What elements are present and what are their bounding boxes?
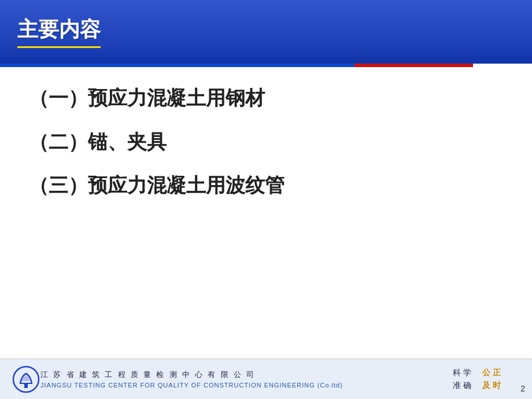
motto-label-1: 科学 bbox=[453, 368, 474, 377]
content-item-2: （二）锚、夹具 bbox=[29, 128, 503, 156]
stripe-blue bbox=[0, 64, 354, 67]
footer-motto: 科学 公正 准确 及时 bbox=[453, 368, 503, 391]
content-area: （一）预应力混凝土用钢材 （二）锚、夹具 （三）预应力混凝土用波纹管 bbox=[0, 67, 532, 227]
motto-value-2: 及时 bbox=[482, 381, 503, 390]
header-title: 主要内容 bbox=[17, 16, 101, 48]
footer-company-cn: 江 苏 省 建 筑 工 程 质 量 检 测 中 心 有 限 公 司 bbox=[40, 370, 453, 380]
slide-container: 主要内容 （一）预应力混凝土用钢材 （二）锚、夹具 （三）预应力混凝土用波纹管 … bbox=[0, 0, 532, 399]
stripe-white bbox=[473, 64, 532, 67]
footer-motto-line2: 准确 及时 bbox=[453, 380, 503, 391]
motto-value-1: 公正 bbox=[482, 368, 503, 377]
content-item-1: （一）预应力混凝土用钢材 bbox=[29, 84, 503, 112]
footer-section: 江 苏 省 建 筑 工 程 质 量 检 测 中 心 有 限 公 司 JIANGS… bbox=[0, 359, 532, 399]
content-item-3: （三）预应力混凝土用波纹管 bbox=[29, 172, 503, 200]
stripe-bar bbox=[0, 64, 532, 67]
motto-label-2: 准确 bbox=[453, 381, 474, 390]
company-logo bbox=[12, 365, 40, 394]
header-section: 主要内容 bbox=[0, 0, 532, 64]
footer-company-en: JIANGSU TESTING CENTER FOR QUALITY OF CO… bbox=[40, 382, 453, 389]
footer-text-block: 江 苏 省 建 筑 工 程 质 量 检 测 中 心 有 限 公 司 JIANGS… bbox=[40, 370, 453, 389]
footer-motto-line1: 科学 公正 bbox=[453, 368, 503, 378]
page-number: 2 bbox=[520, 384, 525, 393]
svg-rect-1 bbox=[24, 383, 28, 388]
stripe-red bbox=[354, 64, 472, 67]
